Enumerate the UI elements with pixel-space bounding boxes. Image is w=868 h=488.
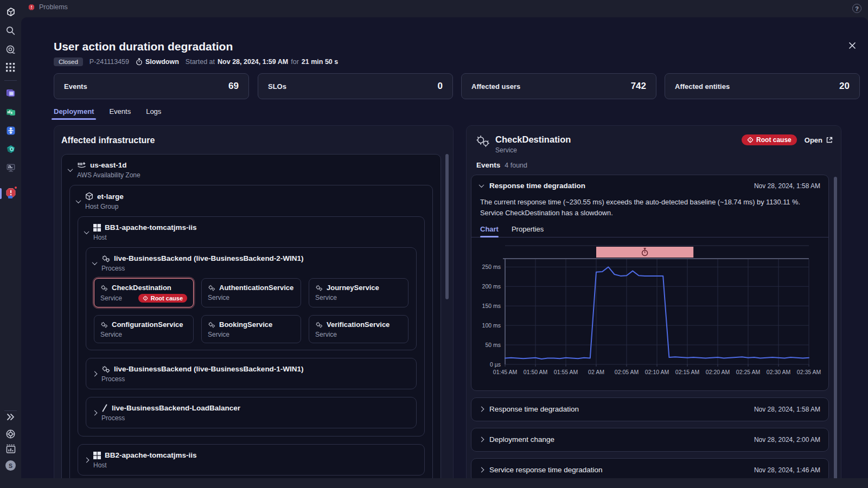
tree-node-process3[interactable]: live-BusinessBackend-LoadBalancer Proces… bbox=[86, 397, 417, 428]
chevron-down-icon[interactable] bbox=[76, 198, 81, 203]
event-card-collapsed[interactable]: Service response time degradation Nov 28… bbox=[471, 458, 829, 478]
svg-text:50 ms: 50 ms bbox=[485, 341, 501, 348]
support-lifebuoy-icon[interactable] bbox=[0, 429, 21, 439]
chevron-right-icon[interactable] bbox=[479, 407, 484, 412]
tab-properties[interactable]: Properties bbox=[512, 225, 544, 237]
tree-node-az-header[interactable]: us-east-1d AWS Availability Zone bbox=[62, 155, 441, 185]
question-icon[interactable]: ? bbox=[852, 4, 861, 13]
tree-node-host-group-header[interactable]: et-large Host Group bbox=[70, 185, 432, 216]
event-date: Nov 28, 2024, 1:58 AM bbox=[754, 406, 820, 413]
tree-node-host1[interactable]: BB1-apache-tomcatjms-iis Host bbox=[78, 216, 425, 436]
left-panel-scrollbar[interactable] bbox=[445, 154, 449, 299]
event-title: Service response time degradation bbox=[489, 466, 603, 474]
tab-events[interactable]: Events bbox=[109, 107, 131, 120]
tree-node-process3-header[interactable]: live-BusinessBackend-LoadBalancer Proces… bbox=[86, 397, 416, 428]
open-button[interactable]: Open bbox=[805, 136, 833, 144]
problems-app-icon[interactable] bbox=[0, 187, 21, 198]
event-description: The current response time (~230.55 ms) e… bbox=[471, 196, 828, 219]
problem-type: Slowdown bbox=[136, 58, 179, 66]
event-expanded-header[interactable]: Response time degradation Nov 28, 2024, … bbox=[471, 175, 828, 196]
observe-icon[interactable] bbox=[0, 44, 21, 55]
process-icon bbox=[101, 365, 110, 373]
expand-rail-icon[interactable] bbox=[0, 413, 21, 421]
detail-entity-name: CheckDestination bbox=[495, 134, 571, 145]
entity-detail-panel: CheckDestination Service Root cause Open… bbox=[466, 125, 841, 478]
services-app-icon[interactable] bbox=[0, 125, 21, 137]
service-icon bbox=[475, 134, 490, 147]
search-icon[interactable] bbox=[0, 25, 21, 36]
problem-id: P-241113459 bbox=[90, 58, 129, 66]
events-list: Response time degradation Nov 28, 2024, … bbox=[471, 175, 829, 478]
chevron-right-icon[interactable] bbox=[479, 467, 484, 473]
svg-text:0 µs: 0 µs bbox=[490, 361, 501, 367]
tree-node-process2[interactable]: live-BusinessBackend (live-BusinessBacke… bbox=[86, 358, 417, 389]
chevron-down-icon[interactable] bbox=[68, 166, 73, 172]
host2-name: BB2-apache-tomcatjms-iis bbox=[105, 451, 197, 459]
service-chip-authenticationservice[interactable]: AuthenticationService Service bbox=[201, 278, 301, 307]
problems-tab[interactable]: Problems bbox=[28, 3, 68, 11]
problems-tab-icon bbox=[28, 3, 35, 11]
right-panel-scrollbar[interactable] bbox=[834, 177, 837, 478]
svg-text:150 ms: 150 ms bbox=[482, 302, 501, 309]
process3-type: Process bbox=[101, 414, 240, 422]
tree-node-host2[interactable]: BB2-apache-tomcatjms-iis Host bbox=[78, 444, 425, 476]
stopwatch-icon bbox=[136, 58, 143, 66]
svg-text:02:20 AM: 02:20 AM bbox=[706, 369, 730, 375]
tree-node-az[interactable]: us-east-1d AWS Availability Zone bbox=[61, 154, 441, 478]
page-title: User action duration degradation bbox=[54, 40, 233, 53]
dynatrace-logo-icon[interactable] bbox=[0, 7, 21, 17]
chevron-right-icon[interactable] bbox=[92, 410, 98, 416]
services-grid: CheckDestination Service Roo bbox=[94, 278, 409, 343]
process2-name: live-BusinessBackend (live-BusinessBacke… bbox=[114, 365, 304, 373]
chevron-right-icon[interactable] bbox=[479, 437, 484, 442]
chevron-right-icon[interactable] bbox=[84, 458, 90, 463]
dashboards-icon[interactable] bbox=[0, 444, 21, 454]
svg-text:02:15 AM: 02:15 AM bbox=[675, 369, 699, 375]
windows-icon bbox=[93, 224, 101, 232]
event-card-collapsed[interactable]: Deployment change Nov 28, 2024, 2:00 AM bbox=[471, 428, 829, 452]
close-icon[interactable] bbox=[848, 41, 859, 52]
service-chip-journeyservice[interactable]: JourneyService Service bbox=[309, 278, 409, 307]
infrastructure-app-icon[interactable] bbox=[0, 87, 21, 99]
service-chip-bookingservice[interactable]: BookingService Service bbox=[201, 315, 301, 343]
tree-node-host1-header[interactable]: BB1-apache-tomcatjms-iis Host bbox=[78, 217, 424, 247]
svg-text:02:35 AM: 02:35 AM bbox=[797, 369, 821, 375]
user-avatar[interactable]: S bbox=[0, 460, 21, 471]
tree-node-host2-header[interactable]: BB2-apache-tomcatjms-iis Host bbox=[78, 445, 424, 475]
az-type: AWS Availability Zone bbox=[77, 171, 141, 179]
tree-node-host-group[interactable]: et-large Host Group bbox=[69, 185, 433, 478]
service-chip-verificationservice[interactable]: VerificationService Service bbox=[309, 315, 409, 343]
chevron-down-icon[interactable] bbox=[84, 229, 90, 234]
infrastructure-title: Affected infrastructure bbox=[61, 136, 155, 145]
process1-type: Process bbox=[101, 265, 304, 272]
service-icon bbox=[315, 322, 323, 328]
sidebar-divider-bottom bbox=[4, 410, 17, 411]
tree-node-process2-header[interactable]: live-BusinessBackend (live-BusinessBacke… bbox=[86, 358, 416, 389]
apps-grid-icon[interactable] bbox=[0, 63, 21, 72]
stat-card-affected-users: Affected users742 bbox=[461, 73, 656, 99]
analytics-app-icon[interactable] bbox=[0, 106, 21, 118]
chevron-down-icon[interactable] bbox=[92, 260, 98, 265]
svg-text:01:55 AM: 01:55 AM bbox=[554, 369, 578, 375]
chevron-right-icon[interactable] bbox=[92, 371, 98, 377]
tree-node-process1[interactable]: live-BusinessBackend (live-BusinessBacke… bbox=[86, 247, 417, 350]
svg-text:02:25 AM: 02:25 AM bbox=[736, 369, 760, 375]
service-icon bbox=[100, 322, 108, 328]
event-card-collapsed[interactable]: Response time degradation Nov 28, 2024, … bbox=[471, 397, 829, 421]
event-title: Response time degradation bbox=[489, 182, 585, 190]
kubernetes-app-icon[interactable] bbox=[0, 143, 21, 155]
svg-text:01:50 AM: 01:50 AM bbox=[524, 369, 547, 375]
detail-entity-type: Service bbox=[495, 146, 571, 154]
tab-deployment[interactable]: Deployment bbox=[54, 107, 94, 120]
service-icon bbox=[100, 285, 108, 291]
tree-node-process1-header[interactable]: live-BusinessBackend (live-BusinessBacke… bbox=[86, 248, 416, 278]
tab-chart[interactable]: Chart bbox=[480, 225, 499, 237]
chevron-down-icon[interactable] bbox=[479, 182, 484, 188]
hosts-app-icon[interactable] bbox=[0, 162, 21, 174]
event-date: Nov 28, 2024, 1:46 AM bbox=[754, 466, 820, 474]
status-badge: Closed bbox=[54, 57, 83, 66]
tab-logs[interactable]: Logs bbox=[146, 107, 161, 120]
service-chip-configurationservice[interactable]: ConfigurationService Service bbox=[94, 315, 194, 343]
response-time-chart: 0 µs50 ms100 ms150 ms200 ms250 ms01:45 A… bbox=[471, 237, 828, 390]
service-chip-checkdestination[interactable]: CheckDestination Service Roo bbox=[94, 278, 194, 307]
